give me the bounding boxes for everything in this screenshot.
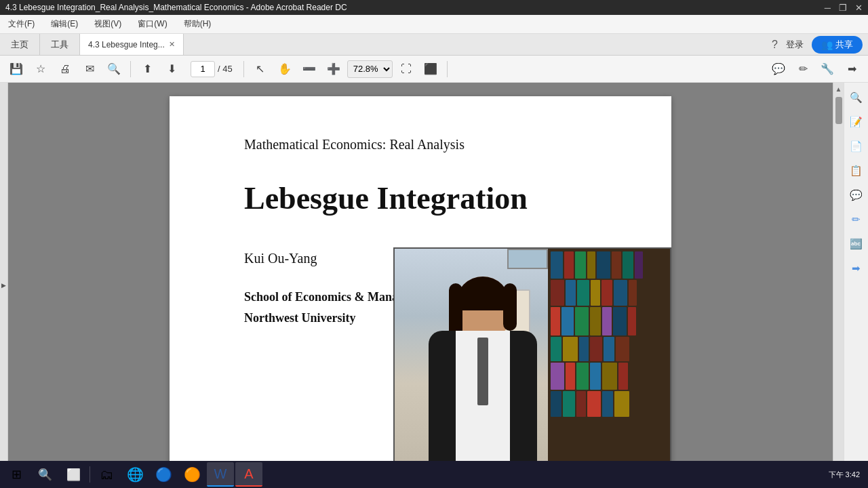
scroll-up-arrow[interactable]: ▲ [834,84,844,94]
maximize-button[interactable]: ❐ [839,3,847,13]
zoom-out-button[interactable]: ➖ [298,58,320,80]
person-head [456,277,510,338]
highlight-button[interactable]: ✏ [792,58,814,80]
pdf-edit-button[interactable]: 📝 [847,113,866,131]
scan-button[interactable]: 📄 [847,137,866,156]
chevron-right-icon: ▶ [1,282,6,289]
minimize-button[interactable]: ─ [825,3,831,13]
menu-bar: 文件(F) 编辑(E) 视图(V) 窗口(W) 帮助(H) [0,15,868,34]
signin-button[interactable]: 登录 [786,39,804,51]
webcam-background [395,249,670,473]
app3-icon: 🔵 [155,466,172,483]
left-sidebar-toggle[interactable]: ▶ [0,83,8,488]
right-sidebar: 🔍 📝 📄 📋 💬 ✏ 🔤 ➡ [844,83,868,488]
person-tie [477,338,488,405]
page-number-input[interactable] [191,61,215,77]
toolbar-separator-1 [130,61,131,77]
tab-document[interactable]: 4.3 Lebesgue Integ... ✕ [80,34,184,55]
tab-close-button[interactable]: ✕ [169,40,175,49]
taskbar: ⊞ 🔍 ⬜ 🗂 🌐 🔵 🟠 W A 下午 3:42 [0,461,868,488]
send-button[interactable]: ➡ [847,259,866,278]
share-button[interactable]: 👥 共享 [812,36,863,54]
taskbar-acrobat-button[interactable]: A [235,462,262,487]
taskbar-separator-1 [90,466,90,483]
print-button[interactable]: 🖨 [54,58,76,80]
system-clock: 下午 3:42 [829,470,860,480]
ceiling-vent [507,249,548,269]
tab-home-label: 主页 [11,39,28,51]
export-pdf-button[interactable]: 🔤 [847,235,866,253]
tab-bar-actions: ? 登录 👥 共享 [772,36,868,54]
windows-logo-icon: ⊞ [12,467,22,482]
person-hair-left [449,283,462,338]
fit-page-button[interactable]: ⛶ [395,58,417,80]
menu-view[interactable]: 视图(V) [92,17,124,31]
comment-panel-button[interactable]: 💬 [847,186,866,205]
tab-tools[interactable]: 工具 [40,34,80,55]
vertical-scrollbar[interactable]: ▲ [833,83,844,488]
share-icon: 👥 [821,39,833,50]
taskbar-app4-button[interactable]: 🟠 [178,462,205,487]
bookmark-button[interactable]: ☆ [30,58,52,80]
window-title: 4.3 Lebesgue Integration_Real Analysis_M… [5,3,825,12]
tab-doc-label: 4.3 Lebesgue Integ... [88,40,165,49]
page-navigation: / 45 [191,61,233,77]
fit-width-button[interactable]: ⬛ [420,58,441,80]
search-button[interactable]: 🔍 [103,58,125,80]
search-panel-button[interactable]: 🔍 [847,88,866,107]
taskbar-explorer-button[interactable]: 🗂 [93,462,120,487]
email-button[interactable]: ✉ [79,58,100,80]
explorer-icon: 🗂 [100,467,113,483]
next-page-button[interactable]: ⬇ [161,58,182,80]
title-bar: 4.3 Lebesgue Integration_Real Analysis_M… [0,0,868,15]
prev-page-button[interactable]: ⬆ [136,58,158,80]
save-button[interactable]: 💾 [5,58,27,80]
page-total: / 45 [218,64,233,74]
taskbar-search-icon: 🔍 [38,468,52,482]
window-controls: ─ ❐ ✕ [825,3,863,13]
zoom-in-button[interactable]: ➕ [323,58,344,80]
help-icon[interactable]: ? [772,39,778,51]
organize-pages-button[interactable]: 📋 [847,161,866,180]
pdf-subtitle: Mathematical Economics: Real Analysis [244,137,624,152]
word-icon: W [214,466,227,482]
taskbar-system-tray: 下午 3:42 [829,470,865,480]
toolbar: 💾 ☆ 🖨 ✉ 🔍 ⬆ ⬇ / 45 ↖ ✋ ➖ ➕ 72.8% 50% 75%… [0,56,868,83]
comment-button[interactable]: 💬 [768,58,789,80]
close-button[interactable]: ✕ [855,3,863,13]
menu-window[interactable]: 窗口(W) [135,17,170,31]
task-view-icon: ⬜ [66,468,81,482]
hand-tool-button[interactable]: ✋ [274,58,296,80]
menu-file[interactable]: 文件(F) [5,17,37,31]
toolbar-right: 💬 ✏ 🔧 ➡ [768,58,863,80]
taskbar-edge-button[interactable]: 🌐 [121,462,149,487]
zoom-select[interactable]: 72.8% 50% 75% 100% 150% [347,60,393,78]
person-hair-right [503,283,517,331]
cursor-tool-button[interactable]: ↖ [250,58,271,80]
person [408,277,571,473]
scroll-thumb[interactable] [835,97,842,124]
pdf-viewer[interactable]: Mathematical Economics: Real Analysis Le… [8,83,833,488]
person-body [429,331,537,466]
start-button[interactable]: ⊞ [3,462,30,487]
acrobat-icon: A [244,466,253,482]
task-view-button[interactable]: ⬜ [60,462,87,487]
app4-icon: 🟠 [184,466,201,483]
main-layout: ▶ Mathematical Economics: Real Analysis … [0,83,868,488]
pdf-page: Mathematical Economics: Real Analysis Le… [170,96,671,474]
tab-bar: 主页 工具 4.3 Lebesgue Integ... ✕ ? 登录 👥 共享 [0,34,868,56]
person-hair [456,277,510,310]
shelf-row-1 [551,251,667,279]
tools-button[interactable]: 🔧 [816,58,838,80]
webcam-overlay [393,247,671,474]
search-taskbar-button[interactable]: 🔍 [31,462,58,487]
export-button[interactable]: ➡ [841,58,863,80]
tab-tools-label: 工具 [51,39,68,51]
menu-help[interactable]: 帮助(H) [181,17,214,31]
taskbar-app3-button[interactable]: 🔵 [150,462,177,487]
menu-edit[interactable]: 编辑(E) [48,17,81,31]
taskbar-word-button[interactable]: W [207,462,234,487]
toolbar-separator-2 [243,61,244,77]
fill-sign-button[interactable]: ✏ [847,210,866,229]
tab-home[interactable]: 主页 [0,34,40,55]
